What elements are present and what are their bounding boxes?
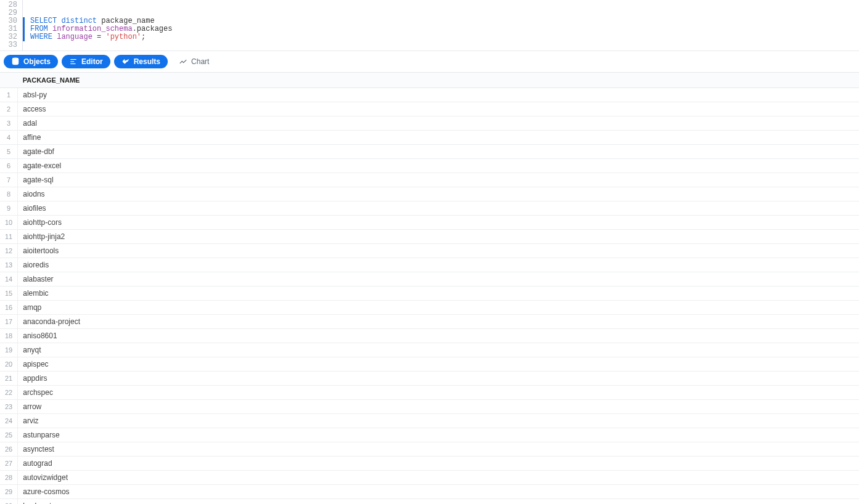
table-row[interactable]: 19anyqt	[0, 343, 859, 357]
cell-package-name[interactable]: agate-excel	[18, 159, 859, 173]
table-row[interactable]: 29azure-cosmos	[0, 485, 859, 499]
table-row[interactable]: 28autovizwidget	[0, 471, 859, 485]
token-kw: distinct	[61, 17, 97, 25]
table-row[interactable]: 24arviz	[0, 414, 859, 428]
table-row[interactable]: 10aiohttp-cors	[0, 216, 859, 230]
cell-package-name[interactable]: aiohttp-cors	[18, 216, 859, 230]
table-row[interactable]: 16amqp	[0, 301, 859, 315]
tab-editor[interactable]: Editor	[62, 55, 110, 68]
tab-results[interactable]: Results	[114, 55, 168, 68]
table-row[interactable]: 21appdirs	[0, 372, 859, 386]
cell-package-name[interactable]: archspec	[18, 386, 859, 400]
cell-package-name[interactable]: agate-dbf	[18, 145, 859, 159]
table-row[interactable]: 8aiodns	[0, 187, 859, 201]
cell-package-name[interactable]: autograd	[18, 457, 859, 471]
results-panel[interactable]: PACKAGE_NAME 1absl-py2access3adal4affine…	[0, 73, 859, 504]
cell-package-name[interactable]: agate-sql	[18, 173, 859, 187]
editor-code-area[interactable]: SELECT distinct package_nameFROM informa…	[22, 0, 859, 51]
row-number: 29	[0, 485, 18, 499]
row-number: 22	[0, 386, 18, 400]
cell-package-name[interactable]: alembic	[18, 287, 859, 301]
table-row[interactable]: 7agate-sql	[0, 173, 859, 187]
row-number: 17	[0, 315, 18, 329]
table-row[interactable]: 11aiohttp-jinja2	[0, 230, 859, 244]
token-op: .	[133, 25, 137, 33]
row-number: 4	[0, 131, 18, 145]
editor-icon	[69, 57, 78, 66]
row-number: 9	[0, 201, 18, 216]
cell-package-name[interactable]: arviz	[18, 414, 859, 428]
table-row[interactable]: 22archspec	[0, 386, 859, 400]
cell-package-name[interactable]: appdirs	[18, 372, 859, 386]
row-number: 23	[0, 400, 18, 414]
cell-package-name[interactable]: anaconda-project	[18, 315, 859, 329]
table-row[interactable]: 9aiofiles	[0, 201, 859, 216]
row-number: 16	[0, 301, 18, 315]
table-row[interactable]: 12aioitertools	[0, 244, 859, 258]
cell-package-name[interactable]: apispec	[18, 357, 859, 372]
row-number: 30	[0, 499, 18, 505]
cell-package-name[interactable]: aniso8601	[18, 329, 859, 343]
cell-package-name[interactable]: alabaster	[18, 272, 859, 287]
table-row[interactable]: 18aniso8601	[0, 329, 859, 343]
code-line[interactable]	[30, 1, 859, 9]
table-row[interactable]: 30backports	[0, 499, 859, 505]
table-row[interactable]: 25astunparse	[0, 428, 859, 442]
cell-package-name[interactable]: anyqt	[18, 343, 859, 357]
cell-package-name[interactable]: aioredis	[18, 258, 859, 272]
token-kw: WHERE	[30, 33, 52, 41]
table-row[interactable]: 6agate-excel	[0, 159, 859, 173]
database-icon	[11, 57, 20, 66]
row-number: 1	[0, 88, 18, 102]
table-row[interactable]: 13aioredis	[0, 258, 859, 272]
cell-package-name[interactable]: access	[18, 102, 859, 116]
cell-package-name[interactable]: aiodns	[18, 187, 859, 201]
column-header-package-name[interactable]: PACKAGE_NAME	[18, 73, 859, 88]
row-number: 7	[0, 173, 18, 187]
row-number: 5	[0, 145, 18, 159]
cell-package-name[interactable]: aiofiles	[18, 201, 859, 216]
code-line[interactable]: WHERE language = 'python';	[23, 33, 859, 41]
cell-package-name[interactable]: adal	[18, 116, 859, 131]
tab-results-label: Results	[134, 57, 160, 66]
table-row[interactable]: 5agate-dbf	[0, 145, 859, 159]
table-row[interactable]: 20apispec	[0, 357, 859, 372]
tab-chart[interactable]: Chart	[171, 55, 216, 68]
row-number: 6	[0, 159, 18, 173]
cell-package-name[interactable]: absl-py	[18, 88, 859, 102]
table-row[interactable]: 26asynctest	[0, 442, 859, 457]
cell-package-name[interactable]: arrow	[18, 400, 859, 414]
table-row[interactable]: 2access	[0, 102, 859, 116]
table-row[interactable]: 1absl-py	[0, 88, 859, 102]
row-number: 18	[0, 329, 18, 343]
token-ident: packages	[137, 25, 173, 33]
code-editor[interactable]: 282930313233 SELECT distinct package_nam…	[0, 0, 859, 51]
table-row[interactable]: 23arrow	[0, 400, 859, 414]
cell-package-name[interactable]: backports	[18, 499, 859, 505]
row-number: 19	[0, 343, 18, 357]
row-number: 24	[0, 414, 18, 428]
row-number: 25	[0, 428, 18, 442]
cell-package-name[interactable]: azure-cosmos	[18, 485, 859, 499]
row-number: 21	[0, 372, 18, 386]
tab-objects-label: Objects	[23, 57, 51, 66]
table-row[interactable]: 3adal	[0, 116, 859, 131]
tab-objects[interactable]: Objects	[4, 55, 58, 68]
code-line[interactable]: FROM information_schema.packages	[23, 25, 859, 33]
table-row[interactable]: 15alembic	[0, 287, 859, 301]
cell-package-name[interactable]: affine	[18, 131, 859, 145]
tab-chart-label: Chart	[191, 57, 209, 66]
cell-package-name[interactable]: autovizwidget	[18, 471, 859, 485]
table-row[interactable]: 14alabaster	[0, 272, 859, 287]
table-row[interactable]: 4affine	[0, 131, 859, 145]
cell-package-name[interactable]: astunparse	[18, 428, 859, 442]
code-line[interactable]	[30, 41, 859, 49]
cell-package-name[interactable]: asynctest	[18, 442, 859, 457]
table-row[interactable]: 27autograd	[0, 457, 859, 471]
token-ident: package_name	[101, 17, 154, 25]
cell-package-name[interactable]: aioitertools	[18, 244, 859, 258]
cell-package-name[interactable]: aiohttp-jinja2	[18, 230, 859, 244]
table-row[interactable]: 17anaconda-project	[0, 315, 859, 329]
cell-package-name[interactable]: amqp	[18, 301, 859, 315]
row-number: 15	[0, 287, 18, 301]
